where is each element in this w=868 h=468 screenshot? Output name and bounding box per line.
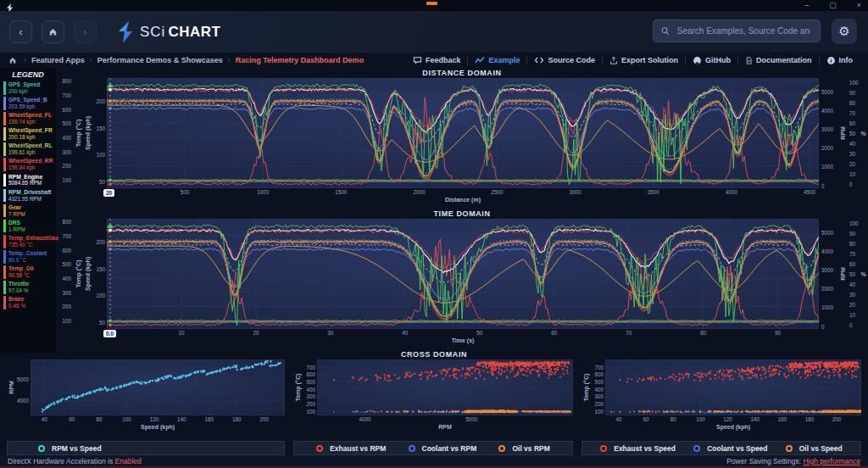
breadcrumb-separator: › bbox=[90, 56, 92, 64]
toolbar-link-source-code[interactable]: Source Code bbox=[526, 55, 602, 65]
axis-tick: 600 bbox=[62, 106, 71, 112]
legend-item-name: DRS bbox=[8, 220, 54, 226]
gear-icon: ⚙ bbox=[838, 24, 849, 39]
legend-item-name: RPM_Driveshaft bbox=[8, 189, 54, 196]
axis-tick: 700 bbox=[594, 364, 604, 370]
power-saving-link[interactable]: High performance bbox=[803, 457, 860, 465]
axis-tick: 300 bbox=[594, 393, 604, 399]
axis-tick: 400 bbox=[594, 386, 604, 392]
legend-item-WheelSpeed_FL[interactable]: WheelSpeed_FL199.74 kph bbox=[3, 112, 54, 125]
x-axis-label: Distance (m) bbox=[107, 197, 819, 206]
axis-tick: 500 bbox=[594, 379, 604, 385]
search-icon bbox=[661, 26, 670, 36]
axis-tick: 1500 bbox=[335, 189, 347, 195]
legend-item-RPM_Engine[interactable]: RPM_Engine5084.65 RPM bbox=[3, 174, 54, 187]
settings-button[interactable]: ⚙ bbox=[832, 19, 857, 44]
cross-domain-section: CROSS DOMAIN RPM500040004060801001201401… bbox=[0, 349, 868, 441]
axis-tick: 60 bbox=[849, 260, 855, 266]
cross-legend-label: Oil vs RPM bbox=[512, 444, 549, 453]
breadcrumb-item[interactable]: Featured Apps bbox=[31, 56, 85, 64]
time-domain-chart[interactable]: TIME DOMAIN800700600500400300200100Temp … bbox=[56, 209, 868, 349]
axis-tick: 120 bbox=[723, 416, 732, 422]
toolbar-link-example[interactable]: Example bbox=[467, 55, 526, 65]
axis-tick: 50 bbox=[99, 178, 105, 184]
toolbar-link-info[interactable]: Info bbox=[819, 55, 860, 65]
axis-tick: 1000 bbox=[257, 189, 269, 195]
axis-tick: 90 bbox=[775, 330, 781, 336]
breadcrumb-home-icon[interactable] bbox=[8, 56, 17, 64]
legend-item-Temp_Coolant[interactable]: Temp_Coolant86.6 °C bbox=[3, 250, 54, 264]
code-icon bbox=[534, 56, 544, 64]
home-icon bbox=[48, 27, 58, 36]
cross-legend-item-coolant-vs-speed[interactable]: Coolant vs Speed bbox=[693, 444, 767, 453]
power-saving-status: Power Saving Settings: High performance bbox=[726, 457, 860, 465]
legend-item-Temp_Oil[interactable]: Temp_Oil90.58 °C bbox=[3, 265, 54, 279]
legend-item-value: 5084.65 RPM bbox=[8, 180, 54, 187]
cross-domain-title: CROSS DOMAIN bbox=[0, 349, 868, 359]
legend-item-WheelSpeed_RL[interactable]: WheelSpeed_RL199.61 kph bbox=[3, 142, 54, 156]
axis-tick: 80 bbox=[849, 99, 855, 105]
nav-forward-button[interactable]: › bbox=[74, 20, 97, 43]
window-maximize-button[interactable]: ▢ bbox=[829, 0, 837, 11]
legend-item-GPS_Speed[interactable]: GPS_Speed200 kph bbox=[3, 81, 54, 95]
legend-item-name: Temp_ExhaustGas bbox=[8, 235, 54, 242]
legend-item-GPS_Speed_B[interactable]: GPS_Speed_B203.59 kph bbox=[3, 97, 54, 110]
rpm_vs_speed-chart[interactable]: RPM50004000406080100120140160180200Speed… bbox=[7, 359, 285, 433]
breadcrumb-item[interactable]: Performance Demos & Showcases bbox=[97, 56, 223, 64]
axis-tick: 30 bbox=[849, 292, 855, 298]
axis-tick: 0 bbox=[849, 322, 853, 328]
distance-domain-chart[interactable]: DISTANCE DOMAIN800700600500400300200100T… bbox=[56, 68, 868, 209]
cross-legend-item-exhaust-vs-rpm[interactable]: Exhaust vs RPM bbox=[316, 444, 386, 453]
logo-text-sci: SCi bbox=[140, 24, 165, 41]
legend-item-Brake[interactable]: Brake0.46 % bbox=[3, 296, 54, 309]
axis-tick: 20 bbox=[253, 330, 259, 336]
axis-tick: 600 bbox=[62, 247, 71, 253]
legend-item-WheelSpeed_FR[interactable]: WheelSpeed_FR200.18 kph bbox=[3, 127, 54, 141]
search-box[interactable] bbox=[653, 20, 821, 42]
legend-item-WheelSpeed_RR[interactable]: WheelSpeed_RR199.84 kph bbox=[3, 158, 54, 171]
nav-back-button[interactable]: ‹ bbox=[9, 20, 32, 43]
temp_vs_speed-chart[interactable]: Temp (°C)7006005004003002001004060801001… bbox=[581, 359, 861, 433]
cross-legend-item-exhaust-vs-speed[interactable]: Exhaust vs Speed bbox=[600, 444, 676, 453]
axis-tick: 80 bbox=[700, 330, 706, 336]
legend-item-Gear[interactable]: Gear7 RPM bbox=[3, 204, 54, 218]
axis-tick: 40 bbox=[402, 330, 408, 336]
search-input[interactable] bbox=[676, 25, 812, 36]
directx-status: DirectX Hardware Acceleration is Enabled bbox=[8, 457, 142, 465]
legend-item-Throttle[interactable]: Throttle97.04 % bbox=[3, 281, 54, 294]
github-icon bbox=[693, 56, 702, 65]
legend-item-value: 4321.95 RPM bbox=[8, 196, 54, 203]
axis-tick: 5000 bbox=[821, 88, 833, 94]
legend-item-RPM_Driveshaft[interactable]: RPM_Driveshaft4321.95 RPM bbox=[3, 189, 54, 203]
legend-item-DRS[interactable]: DRS1 RPM bbox=[3, 220, 54, 233]
scichart-logo[interactable]: SCi CHART bbox=[117, 21, 220, 43]
temp_vs_rpm-chart[interactable]: Temp (°C)70060050040030020010040005000RP… bbox=[293, 359, 573, 433]
axis-tick: 800 bbox=[62, 78, 71, 84]
cross-legend-item-oil-vs-rpm[interactable]: Oil vs RPM bbox=[498, 444, 549, 453]
cursor-axis-label: 0.0 bbox=[103, 330, 116, 337]
series-marker-icon bbox=[600, 445, 607, 452]
legend-item-value: 90.58 °C bbox=[8, 272, 54, 279]
axis-tick: 700 bbox=[62, 92, 71, 98]
toolbar-link-documentation[interactable]: Documentation bbox=[737, 55, 819, 65]
axis-tick: 10 bbox=[849, 171, 855, 177]
legend-item-name: Brake bbox=[8, 296, 54, 303]
nav-home-button[interactable] bbox=[42, 20, 64, 43]
toolbar-link-github[interactable]: GitHub bbox=[685, 55, 737, 65]
toolbar-link-feedback[interactable]: Feedback bbox=[406, 55, 468, 65]
axis-tick: 500 bbox=[306, 379, 315, 385]
cross-legend-item-coolant-vs-rpm[interactable]: Coolant vs RPM bbox=[409, 444, 477, 453]
cross-legend-item-oil-vs-speed[interactable]: Oil vs Speed bbox=[786, 444, 843, 453]
axis-tick: 100 bbox=[306, 408, 315, 414]
breadcrumb: ›Featured Apps›Performance Demos & Showc… bbox=[19, 56, 364, 64]
cross-legend-item-rpm-vs-speed[interactable]: RPM vs Speed bbox=[38, 444, 102, 453]
axis-tick: 2000 bbox=[413, 189, 425, 195]
window-close-button[interactable]: × bbox=[857, 0, 861, 11]
legend-item-Temp_ExhaustGas[interactable]: Temp_ExhaustGas735.40 °C bbox=[3, 235, 54, 248]
axis-label: Temp (°C) bbox=[75, 120, 81, 148]
window-titlebar: – ▢ × bbox=[0, 0, 868, 11]
axis-tick: 300 bbox=[62, 289, 71, 295]
scichart-logo-icon bbox=[117, 21, 134, 43]
toolbar-link-export-solution[interactable]: Export Solution bbox=[602, 55, 685, 65]
window-minimize-button[interactable]: – bbox=[804, 0, 809, 11]
